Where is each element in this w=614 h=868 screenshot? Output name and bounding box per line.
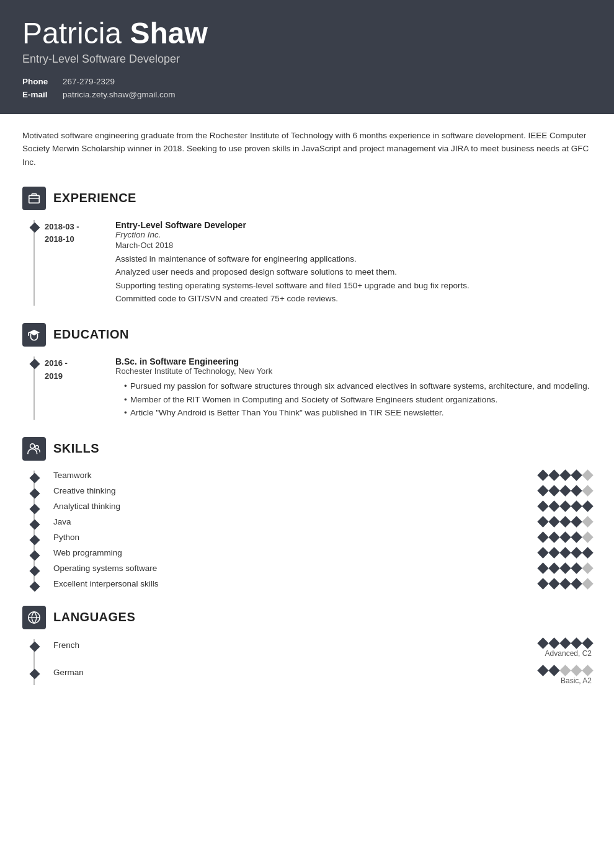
languages-section-header: LANGUAGES (22, 606, 592, 629)
phone-label: Phone (22, 77, 56, 86)
skill-dot-6-4 (582, 562, 593, 574)
education-icon (22, 323, 46, 347)
last-name: Shaw (130, 17, 207, 50)
phone-value: 267-279-2329 (63, 77, 115, 86)
skill-dot-0-4 (582, 469, 593, 480)
experience-icon (22, 187, 46, 210)
skill-dot-2-4 (582, 500, 593, 512)
skill-dot-2-3 (571, 500, 582, 512)
summary-text: Motivated software engineering graduate … (22, 129, 592, 169)
lang-name-0: French (53, 639, 539, 650)
skills-title: SKILLS (53, 441, 99, 456)
languages-list: FrenchAdvanced, C2GermanBasic, A2 (33, 639, 592, 685)
education-timeline: 2016 - 2019 B.Sc. in Software Engineerin… (33, 356, 592, 420)
skill-dot-3-2 (559, 516, 571, 527)
education-section-header: EDUCATION (22, 323, 592, 347)
resume-main: Motivated software engineering graduate … (0, 114, 614, 725)
skill-dot-3-4 (582, 516, 593, 527)
institution-1: Rochester Institute of Technology, New Y… (115, 366, 592, 376)
skill-dot-4-0 (537, 531, 548, 542)
period-1: March-Oct 2018 (115, 241, 592, 250)
lang-dot-1-0 (537, 665, 548, 676)
skill-dot-6-2 (559, 562, 571, 574)
email-row: E-mail patricia.zety.shaw@gmail.com (22, 90, 592, 99)
education-title: EDUCATION (53, 327, 129, 342)
email-value: patricia.zety.shaw@gmail.com (63, 90, 176, 99)
skill-name-2: Analytical thinking (53, 502, 539, 511)
resume-header: Patricia Shaw Entry-Level Software Devel… (0, 0, 614, 114)
experience-bullets-1: Assisted in maintenance of software for … (115, 252, 592, 306)
skill-dot-0-1 (548, 469, 559, 480)
phone-row: Phone 267-279-2329 (22, 77, 592, 86)
skills-section-header: SKILLS (22, 437, 592, 461)
lang-dots-0 (539, 639, 592, 647)
skills-section: SKILLS TeamworkCreative thinkingAnalytic… (22, 437, 592, 588)
skill-item-0: Teamwork (45, 471, 592, 480)
skill-name-3: Java (53, 517, 539, 526)
first-name: Patricia (22, 17, 130, 50)
education-section: EDUCATION 2016 - 2019 B.Sc. in Software … (22, 323, 592, 420)
degree-1: B.Sc. in Software Engineering (115, 356, 592, 366)
lang-dots-1 (539, 666, 592, 675)
education-dates-1: 2016 - 2019 (45, 356, 107, 420)
skill-dot-4-2 (559, 531, 571, 542)
lang-right-1: Basic, A2 (539, 666, 592, 685)
skills-list: TeamworkCreative thinkingAnalytical thin… (33, 471, 592, 588)
lang-dot-0-1 (548, 637, 559, 649)
lang-dot-1-4 (582, 665, 593, 676)
skill-dot-4-1 (548, 531, 559, 542)
skill-dot-4-3 (571, 531, 582, 542)
skill-dot-5-0 (537, 547, 548, 558)
skill-name-6: Operating systems software (53, 564, 539, 573)
skill-dots-7 (539, 580, 592, 588)
languages-icon (22, 606, 46, 629)
skill-dot-1-2 (559, 485, 571, 496)
exp-bullet-1: Assisted in maintenance of software for … (115, 252, 592, 266)
skill-dot-6-3 (571, 562, 582, 574)
skill-dot-3-1 (548, 516, 559, 527)
lang-level-1: Basic, A2 (561, 676, 592, 685)
skill-name-7: Excellent interpersonal skills (53, 579, 539, 588)
experience-section-header: EXPERIENCE (22, 187, 592, 210)
skill-dot-0-3 (571, 469, 582, 480)
skill-dot-5-4 (582, 547, 593, 558)
skill-item-4: Python (45, 533, 592, 542)
skill-dots-6 (539, 564, 592, 572)
job-title-1: Entry-Level Software Developer (115, 220, 592, 230)
skill-dot-2-1 (548, 500, 559, 512)
skill-dots-1 (539, 487, 592, 495)
skill-dot-5-3 (571, 547, 582, 558)
lang-item-0: FrenchAdvanced, C2 (45, 639, 592, 658)
languages-section: LANGUAGES FrenchAdvanced, C2GermanBasic,… (22, 606, 592, 685)
skill-dot-7-1 (548, 578, 559, 589)
skill-dot-0-0 (537, 469, 548, 480)
experience-dates-1: 2018-03 - 2018-10 (45, 220, 107, 306)
skill-dot-3-0 (537, 516, 548, 527)
lang-dot-0-2 (559, 637, 571, 649)
skill-dot-2-2 (559, 500, 571, 512)
skill-dot-7-4 (582, 578, 593, 589)
lang-item-1: GermanBasic, A2 (45, 666, 592, 685)
exp-bullet-3: Supporting testing operating systems-lev… (115, 279, 592, 293)
job-title: Entry-Level Software Developer (22, 53, 592, 66)
languages-title: LANGUAGES (53, 610, 135, 624)
company-1: Fryction Inc. (115, 230, 592, 239)
skill-dot-5-2 (559, 547, 571, 558)
education-content-1: B.Sc. in Software Engineering Rochester … (107, 356, 592, 420)
edu-bullet-2: Member of the RIT Women in Computing and… (124, 393, 592, 407)
skill-item-6: Operating systems software (45, 564, 592, 573)
contact-info: Phone 267-279-2329 E-mail patricia.zety.… (22, 77, 592, 99)
skill-dot-5-1 (548, 547, 559, 558)
edu-bullet-3: Article "Why Android is Better Than You … (124, 406, 592, 420)
skill-dots-2 (539, 502, 592, 510)
lang-level-0: Advanced, C2 (545, 649, 592, 658)
skill-dot-1-0 (537, 485, 548, 496)
skill-dot-6-1 (548, 562, 559, 574)
skill-item-3: Java (45, 517, 592, 526)
skill-dot-7-2 (559, 578, 571, 589)
exp-bullet-2: Analyzed user needs and proposed design … (115, 265, 592, 279)
skill-item-1: Creative thinking (45, 486, 592, 495)
experience-content-1: Entry-Level Software Developer Fryction … (107, 220, 592, 306)
skill-name-1: Creative thinking (53, 486, 539, 495)
lang-dot-0-4 (582, 637, 593, 649)
